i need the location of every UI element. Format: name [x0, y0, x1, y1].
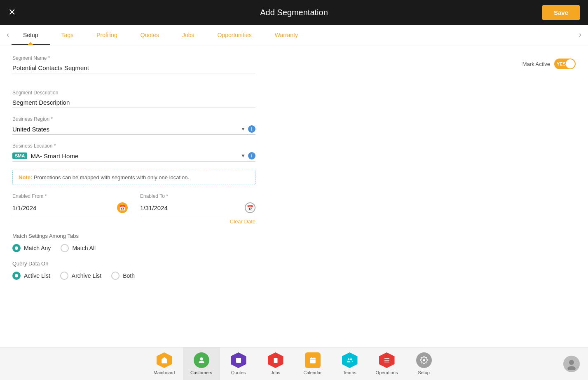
match-settings-group: Match Any Match All	[12, 244, 576, 252]
svg-rect-8	[310, 358, 316, 364]
match-settings-label: Match Settings Among Tabs	[12, 233, 576, 239]
active-list-label: Active List	[24, 272, 50, 279]
enabled-from-calendar-icon[interactable]: 📅	[117, 202, 128, 213]
enabled-from-value: 1/1/2024	[12, 204, 117, 211]
svg-rect-5	[274, 358, 277, 363]
svg-point-14	[423, 359, 425, 361]
tab-warranty[interactable]: Warranty	[263, 25, 309, 45]
match-all-label: Match All	[72, 245, 96, 251]
enabled-from-label: Enabled From *	[12, 193, 128, 199]
active-list-radio[interactable]	[12, 272, 21, 280]
business-location-value: MA- Smart Home	[30, 152, 241, 160]
segment-desc-input[interactable]	[12, 97, 255, 108]
business-region-label: Business Region *	[12, 116, 255, 122]
setup-label: Setup	[418, 370, 430, 375]
nav-jobs[interactable]: Jobs	[257, 347, 294, 380]
mark-active-label: Mark Active	[522, 61, 550, 67]
segment-name-field: Segment Name *	[12, 55, 255, 73]
svg-point-16	[569, 360, 574, 365]
location-badge: SMA	[12, 152, 27, 159]
nav-customers[interactable]: Customers	[183, 347, 220, 380]
segment-name-label: Segment Name *	[12, 55, 255, 61]
active-list-option[interactable]: Active List	[12, 272, 50, 280]
nav-setup[interactable]: Setup	[405, 347, 443, 380]
match-any-radio[interactable]	[12, 244, 21, 252]
business-region-value: United States	[12, 126, 241, 133]
customers-label: Customers	[190, 370, 212, 375]
nav-calendar[interactable]: Calendar	[294, 347, 331, 380]
both-radio[interactable]	[111, 272, 119, 280]
user-avatar[interactable]	[563, 356, 580, 372]
tab-tags[interactable]: Tags	[50, 25, 85, 45]
segment-description-field: Segment Description	[12, 90, 255, 108]
note-label: Note:	[19, 174, 32, 181]
operations-icon	[379, 352, 395, 368]
segment-name-input[interactable]	[12, 63, 255, 73]
business-region-dropdown[interactable]: United States ▼ i	[12, 124, 255, 135]
setup-icon	[416, 352, 432, 368]
tab-next-arrow[interactable]: ›	[576, 30, 584, 39]
toggle-knob	[566, 59, 575, 68]
main-content: Segment Name * Mark Active YES Segment D…	[0, 45, 588, 347]
quotes-label: Quotes	[231, 370, 246, 375]
nav-mainboard[interactable]: Mainboard	[146, 347, 183, 380]
tabs-list: Setup Tags Profiling Quotes Jobs Opportu…	[12, 25, 576, 45]
enabled-to-value: 1/31/2024	[140, 204, 245, 211]
match-any-option[interactable]: Match Any	[12, 244, 51, 252]
mark-active-toggle[interactable]: YES	[554, 59, 576, 69]
clear-date-button[interactable]: Clear Date	[12, 218, 255, 225]
both-option[interactable]: Both	[111, 272, 135, 280]
tab-opportunities[interactable]: Opportunities	[206, 25, 263, 45]
business-region-arrow[interactable]: ▼	[241, 126, 246, 132]
enabled-from-field: Enabled From * 1/1/2024 📅	[12, 193, 128, 215]
archive-list-option[interactable]: Archive List	[60, 272, 101, 280]
bottom-nav: Mainboard Customers Quotes Jobs Calendar…	[0, 347, 588, 380]
nav-quotes[interactable]: Quotes	[220, 347, 257, 380]
note-text: Promotions can be mapped with segments w…	[34, 174, 189, 181]
business-region-info-icon[interactable]: i	[248, 125, 255, 133]
business-location-dropdown[interactable]: SMA MA- Smart Home ▼ i	[12, 150, 255, 162]
calendar-icon	[305, 352, 321, 368]
header: ✕ Add Segmentation Save	[0, 0, 588, 25]
archive-list-label: Archive List	[72, 272, 101, 279]
business-location-arrow[interactable]: ▼	[241, 153, 246, 159]
jobs-label: Jobs	[271, 370, 280, 375]
match-all-radio[interactable]	[61, 244, 69, 252]
nav-operations[interactable]: Operations	[368, 347, 405, 380]
match-all-option[interactable]: Match All	[61, 244, 96, 252]
tab-profiling[interactable]: Profiling	[85, 25, 129, 45]
nav-teams[interactable]: Teams	[331, 347, 368, 380]
customers-icon	[194, 352, 209, 368]
mark-active-area: Mark Active YES	[522, 59, 576, 69]
business-location-label: Business Location *	[12, 143, 255, 149]
svg-point-13	[350, 359, 352, 361]
tab-jobs[interactable]: Jobs	[171, 25, 206, 45]
mainboard-label: Mainboard	[154, 370, 175, 375]
teams-label: Teams	[343, 370, 356, 375]
date-row: Enabled From * 1/1/2024 📅 Enabled To * 1…	[12, 193, 255, 215]
jobs-icon	[268, 352, 283, 368]
query-data-label: Query Data On	[12, 260, 576, 267]
tabs-bar: ‹ Setup Tags Profiling Quotes Jobs Oppor…	[0, 25, 588, 45]
tab-prev-arrow[interactable]: ‹	[4, 30, 12, 39]
mainboard-icon	[157, 352, 172, 368]
top-form-row: Segment Name * Mark Active YES	[12, 55, 576, 82]
tab-quotes[interactable]: Quotes	[129, 25, 171, 45]
both-label: Both	[123, 272, 135, 279]
tab-setup[interactable]: Setup	[12, 25, 50, 45]
enabled-to-field: Enabled To * 1/31/2024 📅	[140, 193, 255, 215]
segment-desc-label: Segment Description	[12, 90, 255, 96]
save-button[interactable]: Save	[542, 5, 580, 20]
enabled-to-calendar-icon[interactable]: 📅	[245, 202, 255, 213]
svg-point-0	[200, 357, 203, 360]
enabled-to-label: Enabled To *	[140, 193, 255, 199]
query-data-group: Active List Archive List Both	[12, 272, 576, 280]
toggle-label: YES	[557, 61, 566, 66]
close-button[interactable]: ✕	[8, 8, 16, 17]
archive-list-radio[interactable]	[60, 272, 68, 280]
quotes-icon	[231, 352, 246, 368]
operations-label: Operations	[376, 370, 398, 375]
business-location-info-icon[interactable]: i	[248, 152, 255, 160]
business-region-field: Business Region * United States ▼ i	[12, 116, 255, 135]
business-location-field: Business Location * SMA MA- Smart Home ▼…	[12, 143, 255, 162]
